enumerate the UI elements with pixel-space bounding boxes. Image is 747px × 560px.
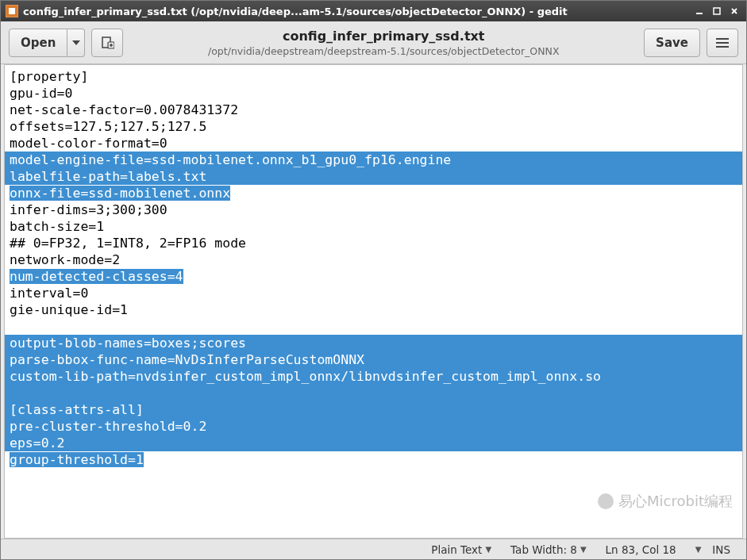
editor-line[interactable]: gie-unique-id=1 <box>10 301 737 318</box>
editor-line[interactable] <box>5 385 742 401</box>
file-name: config_infer_primary_ssd.txt <box>129 29 637 44</box>
close-button[interactable] <box>727 5 741 17</box>
watermark-icon <box>598 493 614 509</box>
editor-line[interactable]: net-scale-factor=0.0078431372 <box>10 102 737 118</box>
editor-line[interactable]: interval=0 <box>10 285 737 301</box>
watermark: 易心Microbit编程 <box>598 492 733 511</box>
syntax-mode-selector[interactable]: Plain Text ▼ <box>422 543 501 556</box>
editor-line[interactable]: labelfile-path=labels.txt <box>5 168 742 185</box>
status-menu-button[interactable]: ▼ <box>686 545 703 554</box>
editor-line[interactable]: pre-cluster-threshold=0.2 <box>5 418 742 435</box>
editor-line[interactable]: model-engine-file=ssd-mobilenet.onnx_b1_… <box>5 152 742 168</box>
chevron-down-icon: ▼ <box>695 545 702 554</box>
editor-line[interactable]: model-color-format=0 <box>10 135 737 152</box>
minimize-button[interactable] <box>692 5 707 17</box>
editor-line[interactable]: [property] <box>10 68 737 85</box>
hamburger-menu-button[interactable] <box>707 29 738 57</box>
new-document-button[interactable] <box>91 29 123 57</box>
svg-rect-1 <box>714 8 720 14</box>
editor-line[interactable]: batch-size=1 <box>10 218 737 235</box>
editor-line[interactable]: [class-attrs-all] <box>5 401 742 418</box>
toolbar-title-area: config_infer_primary_ssd.txt /opt/nvidia… <box>129 29 637 57</box>
maximize-button[interactable] <box>710 5 724 17</box>
editor-line[interactable]: network-mode=2 <box>10 251 737 268</box>
editor-line[interactable]: onnx-file=ssd-mobilenet.onnx <box>10 185 737 201</box>
save-button[interactable]: Save <box>644 29 700 57</box>
editor-line[interactable]: infer-dims=3;300;300 <box>10 201 737 218</box>
editor-line[interactable] <box>10 318 737 335</box>
syntax-mode-label: Plain Text <box>431 543 482 556</box>
editor-line[interactable]: eps=0.2 <box>5 435 742 451</box>
cursor-position: Ln 83, Col 18 <box>596 543 686 556</box>
tab-width-label: Tab Width: 8 <box>510 543 577 556</box>
chevron-down-icon: ▼ <box>580 545 587 554</box>
hamburger-icon <box>716 38 729 48</box>
window-titlebar[interactable]: config_infer_primary_ssd.txt (/opt/nvidi… <box>1 1 746 21</box>
editor-line[interactable]: parse-bbox-func-name=NvDsInferParseCusto… <box>5 351 742 368</box>
window-title: config_infer_primary_ssd.txt (/opt/nvidi… <box>23 6 692 17</box>
status-bar: Plain Text ▼ Tab Width: 8 ▼ Ln 83, Col 1… <box>1 539 746 559</box>
editor-line[interactable]: num-detected-classes=4 <box>10 268 737 285</box>
editor-area[interactable]: [property]gpu-id=0net-scale-factor=0.007… <box>4 64 743 539</box>
gedit-app-icon <box>6 5 18 17</box>
svg-marker-4 <box>72 40 80 45</box>
new-document-icon <box>100 36 114 50</box>
editor-content[interactable]: [property]gpu-id=0net-scale-factor=0.007… <box>5 65 742 471</box>
chevron-down-icon: ▼ <box>485 545 491 554</box>
insert-mode-label: INS <box>712 543 730 556</box>
open-dropdown-button[interactable] <box>67 29 85 57</box>
editor-line[interactable]: output-blob-names=boxes;scores <box>5 335 742 351</box>
svg-rect-0 <box>696 13 703 14</box>
insert-mode[interactable]: INS <box>703 543 740 556</box>
cursor-position-label: Ln 83, Col 18 <box>606 543 676 556</box>
header-toolbar: Open config_infer_primary_ssd.txt /opt/n… <box>1 21 746 64</box>
chevron-down-icon <box>72 40 80 45</box>
editor-line[interactable]: offsets=127.5;127.5;127.5 <box>10 118 737 135</box>
watermark-text: 易心Microbit编程 <box>618 492 733 511</box>
window-controls <box>692 5 741 17</box>
editor-line[interactable]: gpu-id=0 <box>10 85 737 102</box>
open-button[interactable]: Open <box>9 29 67 57</box>
editor-line[interactable]: ## 0=FP32, 1=INT8, 2=FP16 mode <box>10 235 737 251</box>
file-path: /opt/nvidia/deepstream/deepstream-5.1/so… <box>129 45 637 57</box>
editor-line[interactable]: custom-lib-path=nvdsinfer_custom_impl_on… <box>5 368 742 385</box>
open-button-group: Open <box>9 29 85 57</box>
gedit-window: config_infer_primary_ssd.txt (/opt/nvidi… <box>0 0 747 560</box>
editor-line[interactable]: group-threshold=1 <box>10 451 737 468</box>
tab-width-selector[interactable]: Tab Width: 8 ▼ <box>501 543 596 556</box>
